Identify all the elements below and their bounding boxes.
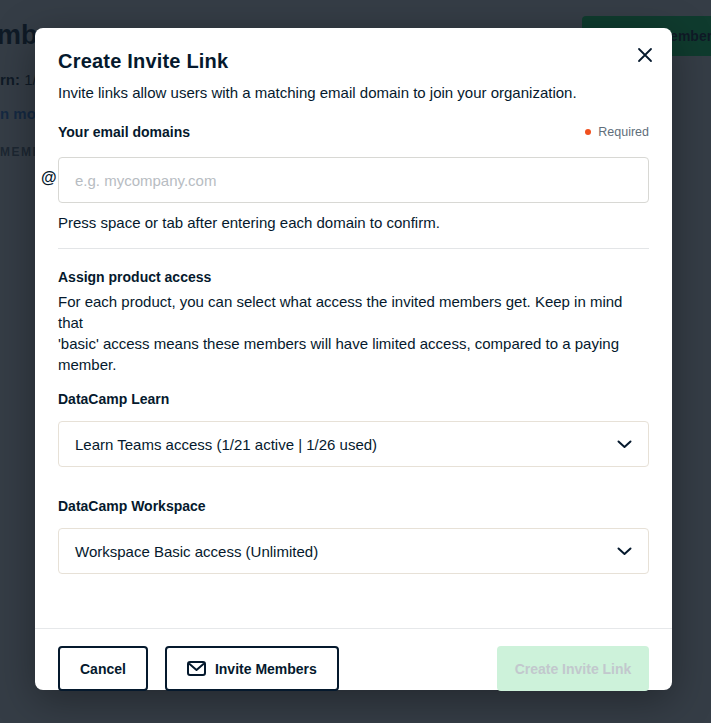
create-invite-link-button[interactable]: Create Invite Link xyxy=(497,646,649,691)
email-domains-label: Your email domains xyxy=(58,124,190,140)
email-domains-input[interactable] xyxy=(58,157,649,203)
workspace-access-selected-value: Workspace Basic access (Unlimited) xyxy=(75,543,318,560)
cancel-button-label: Cancel xyxy=(80,661,126,677)
dialog-subtitle: Invite links allow users with a matching… xyxy=(58,85,649,100)
section-divider xyxy=(58,248,649,249)
learn-access-selected-value: Learn Teams access (1/21 active | 1/26 u… xyxy=(75,436,377,453)
chevron-down-icon xyxy=(617,547,632,556)
required-label: Required xyxy=(598,125,649,139)
close-icon[interactable] xyxy=(633,43,657,67)
invite-members-button-label: Invite Members xyxy=(215,661,317,677)
datacamp-workspace-label: DataCamp Workspace xyxy=(58,498,649,513)
required-badge: Required xyxy=(585,125,649,139)
description-line: member. xyxy=(58,354,649,375)
at-sign-prefix: @ xyxy=(41,169,57,187)
description-line: For each product, you can select what ac… xyxy=(58,291,649,333)
product-access-description: For each product, you can select what ac… xyxy=(58,291,649,375)
learn-access-select[interactable]: Learn Teams access (1/21 active | 1/26 u… xyxy=(58,421,649,467)
workspace-access-select[interactable]: Workspace Basic access (Unlimited) xyxy=(58,528,649,574)
close-x-glyph xyxy=(637,47,653,63)
dialog-title: Create Invite Link xyxy=(58,28,649,71)
cancel-button[interactable]: Cancel xyxy=(58,646,148,691)
chevron-down-icon xyxy=(617,440,632,449)
create-invite-link-dialog: @ Create Invite Link Invite links allow … xyxy=(35,28,672,690)
create-invite-link-button-label: Create Invite Link xyxy=(515,661,632,677)
datacamp-learn-label: DataCamp Learn xyxy=(58,391,649,406)
envelope-icon xyxy=(187,661,206,676)
invite-members-button[interactable]: Invite Members xyxy=(165,646,339,691)
description-line: 'basic' access means these members will … xyxy=(58,333,649,354)
dialog-footer: Cancel Invite Members Create Invite Link xyxy=(35,628,672,691)
required-dot-icon xyxy=(585,129,591,135)
assign-product-access-heading: Assign product access xyxy=(58,269,649,284)
domain-helper-text: Press space or tab after entering each d… xyxy=(58,215,649,230)
